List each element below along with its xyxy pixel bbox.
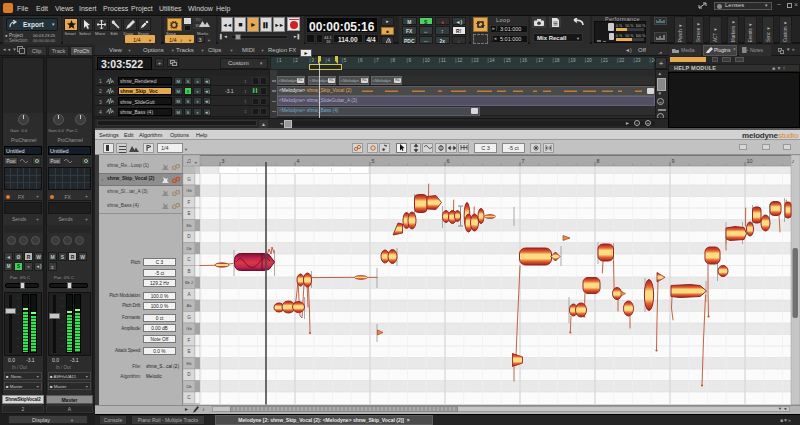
svg-text:Screen ▼: Screen ▼ bbox=[696, 22, 701, 42]
svg-text:Punch ▼: Punch ▼ bbox=[678, 24, 683, 42]
svg-text:8: 8 bbox=[597, 158, 600, 164]
svg-text:Markers ▼: Markers ▼ bbox=[731, 20, 736, 42]
svg-text:Db: Db bbox=[186, 384, 192, 389]
svg-text:Custom ▼: Custom ▼ bbox=[783, 21, 788, 42]
svg-text:ACT ▼: ACT ▼ bbox=[713, 27, 718, 42]
svg-text:F: F bbox=[188, 338, 191, 343]
svg-text:Db: Db bbox=[186, 246, 192, 251]
svg-text:Events ▼: Events ▼ bbox=[748, 23, 753, 42]
svg-text:♪: ♪ bbox=[792, 158, 795, 164]
svg-text:9: 9 bbox=[672, 158, 675, 164]
svg-text:10: 10 bbox=[747, 158, 753, 164]
svg-text:Gb: Gb bbox=[186, 188, 192, 193]
svg-text:Ab: Ab bbox=[187, 303, 193, 308]
svg-text:♫: ♫ bbox=[186, 157, 191, 164]
svg-text:Gb: Gb bbox=[186, 326, 192, 331]
svg-text:6: 6 bbox=[447, 158, 450, 164]
svg-text:Bb 2: Bb 2 bbox=[185, 280, 194, 285]
svg-text:4: 4 bbox=[297, 158, 300, 164]
svg-text:3: 3 bbox=[222, 158, 225, 164]
svg-text:G: G bbox=[187, 177, 191, 182]
svg-text:7: 7 bbox=[522, 158, 525, 164]
svg-text:G: G bbox=[187, 315, 191, 320]
svg-text:Eb: Eb bbox=[187, 361, 193, 366]
svg-text:F: F bbox=[188, 200, 191, 205]
svg-text:Eb: Eb bbox=[187, 223, 193, 228]
svg-text:5: 5 bbox=[372, 158, 375, 164]
svg-text:B: B bbox=[187, 269, 190, 274]
svg-text:Sync ▼: Sync ▼ bbox=[766, 26, 771, 42]
svg-text:▼: ▼ bbox=[194, 161, 197, 165]
svg-text:E: E bbox=[187, 349, 190, 354]
svg-text:E: E bbox=[187, 211, 190, 216]
